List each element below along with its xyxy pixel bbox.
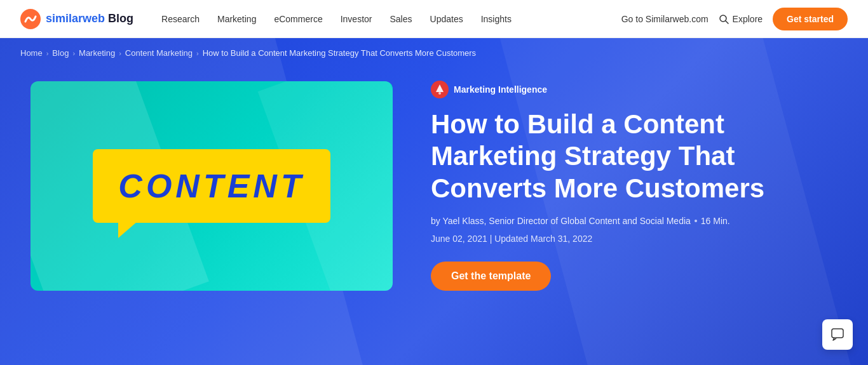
breadcrumb-sep-3: › <box>119 50 121 57</box>
hero-section: Home › Blog › Marketing › Content Market… <box>0 38 868 365</box>
breadcrumb-marketing[interactable]: Marketing <box>79 48 115 58</box>
hero-title: How to Build a Content Marketing Strateg… <box>431 109 837 204</box>
hero-content: CONTENT Marketing Intelligence How to Bu… <box>0 68 868 321</box>
nav-links: Research Marketing eCommerce Investor Sa… <box>154 9 621 29</box>
similarweb-logo-icon <box>20 9 41 29</box>
speech-bubble-box: CONTENT <box>93 149 330 223</box>
breadcrumb-sep-4: › <box>196 50 199 57</box>
logo-text: similarweb Blog <box>46 12 133 25</box>
breadcrumb: Home › Blog › Marketing › Content Market… <box>0 38 868 68</box>
hero-text-area: Marketing Intelligence How to Build a Co… <box>431 81 837 291</box>
nav-right: Go to Similarweb.com Explore Get started <box>621 8 848 30</box>
breadcrumb-sep-2: › <box>72 50 75 57</box>
hero-image-bg: CONTENT <box>31 81 393 291</box>
breadcrumb-content-marketing[interactable]: Content Marketing <box>125 48 193 58</box>
marketing-intelligence-icon <box>431 81 449 98</box>
hero-author: by Yael Klass, Senior Director of Global… <box>431 216 691 226</box>
hero-meta: by Yael Klass, Senior Director of Global… <box>431 216 837 226</box>
breadcrumb-current: How to Build a Content Marketing Strateg… <box>203 48 476 58</box>
nav-sales[interactable]: Sales <box>383 9 420 29</box>
breadcrumb-blog[interactable]: Blog <box>52 48 69 58</box>
chat-icon <box>830 327 845 342</box>
category-label: Marketing Intelligence <box>454 84 547 95</box>
get-started-button[interactable]: Get started <box>773 8 848 30</box>
logo[interactable]: similarweb Blog <box>20 9 133 29</box>
svg-point-5 <box>438 92 441 95</box>
svg-rect-6 <box>832 329 843 338</box>
nav-insights[interactable]: Insights <box>473 9 519 29</box>
chat-widget[interactable] <box>822 319 853 350</box>
speech-bubble-text: CONTENT <box>118 168 304 204</box>
hero-image: CONTENT <box>31 81 393 291</box>
navbar: similarweb Blog Research Marketing eComm… <box>0 0 868 38</box>
speech-bubble: CONTENT <box>93 149 330 223</box>
nav-ecommerce[interactable]: eCommerce <box>266 9 330 29</box>
nav-investor[interactable]: Investor <box>333 9 380 29</box>
nav-research[interactable]: Research <box>154 9 207 29</box>
explore-button[interactable]: Explore <box>719 14 763 24</box>
breadcrumb-home[interactable]: Home <box>20 48 43 58</box>
svg-line-2 <box>726 21 728 23</box>
hero-date: June 02, 2021 | Updated March 31, 2022 <box>431 234 837 244</box>
breadcrumb-sep-1: › <box>46 50 49 57</box>
search-icon <box>719 14 729 24</box>
nav-updates[interactable]: Updates <box>423 9 471 29</box>
get-template-button[interactable]: Get the template <box>431 262 551 291</box>
category-badge: Marketing Intelligence <box>431 81 837 98</box>
hero-read-time: 16 Min. <box>701 216 730 226</box>
nav-marketing[interactable]: Marketing <box>210 9 264 29</box>
go-to-similarweb-link[interactable]: Go to Similarweb.com <box>621 14 709 24</box>
meta-separator <box>695 220 697 222</box>
